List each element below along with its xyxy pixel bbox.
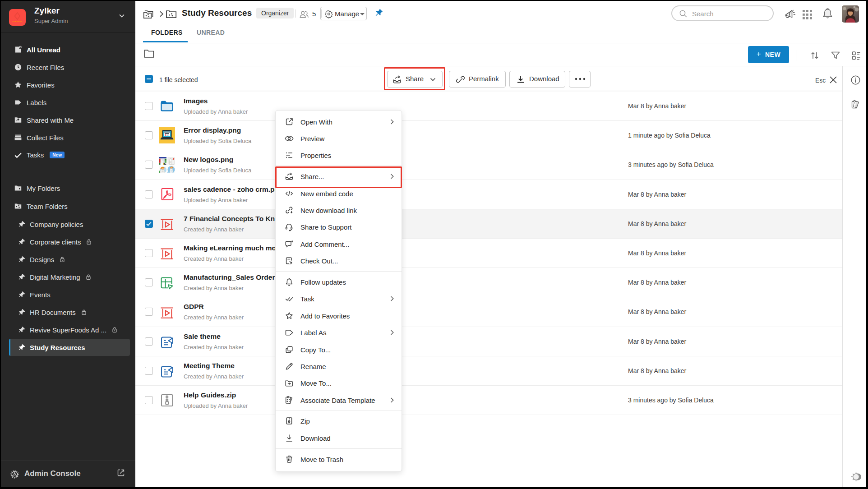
svg-text:ZYLKER INC.: ZYLKER INC. [12,20,23,23]
